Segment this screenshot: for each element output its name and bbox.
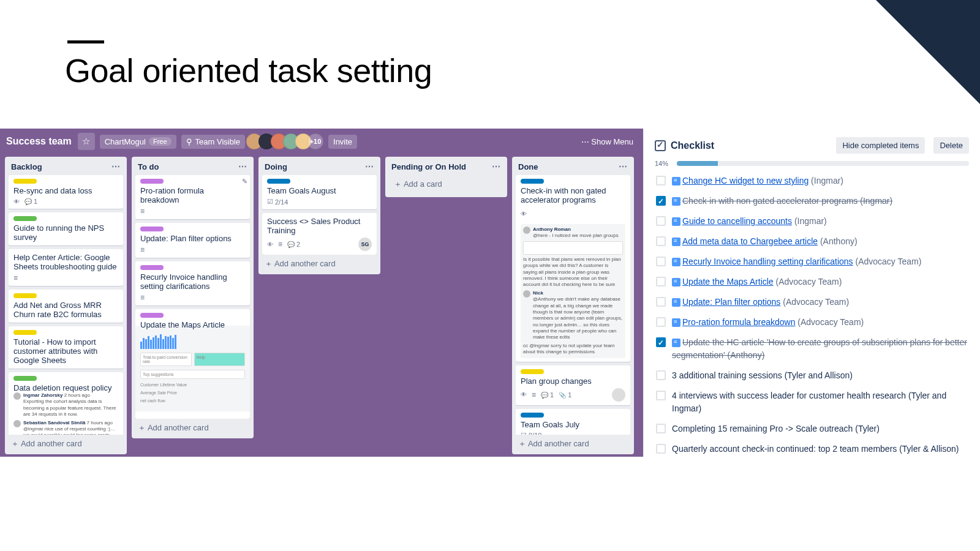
checklist-item[interactable]: Change HC widget to new styling (Ingmar) xyxy=(655,172,969,190)
card[interactable]: Team Goals August 2/14 xyxy=(262,175,377,209)
checklist-checkbox[interactable] xyxy=(656,424,666,433)
doc-icon xyxy=(672,258,680,266)
list-menu-icon[interactable]: ⋯ xyxy=(619,162,628,171)
card[interactable]: Plan group changes 1 1 xyxy=(516,365,630,405)
card[interactable]: Help Center Article: Google Sheets troub… xyxy=(9,249,123,286)
list-backlog: Backlog ⋯ Re-sync and data loss 1 Guide … xyxy=(5,157,127,454)
list-title[interactable]: Doing xyxy=(265,162,287,171)
checklist-checkbox[interactable] xyxy=(656,196,666,206)
card-title: Plan group changes xyxy=(521,377,625,386)
visibility-label: Team Visible xyxy=(195,137,240,146)
doc-icon xyxy=(672,197,680,206)
add-card-button[interactable]: ＋ Add a card xyxy=(389,175,503,193)
checklist-item[interactable]: 3 additional training sessions (Tyler an… xyxy=(655,367,969,384)
checklist-item[interactable]: Quarterly account check-in continued: to… xyxy=(655,440,969,457)
member-avatar[interactable]: SG xyxy=(358,238,372,251)
checklist-item[interactable]: Completing 15 remaining Pro -> Scale out… xyxy=(655,420,969,438)
card[interactable]: Guide to running the NPS survey xyxy=(9,212,123,246)
checklist-item[interactable]: Check-in with non gated accelerator prog… xyxy=(655,192,969,210)
card[interactable]: Update: Plan filter options xyxy=(135,223,250,258)
list-menu-icon[interactable]: ⋯ xyxy=(365,162,374,171)
checklist-checkbox[interactable] xyxy=(656,216,666,226)
checklist-item[interactable]: Pro-ration formula breakdown (Advocacy T… xyxy=(655,313,969,331)
list-menu-icon[interactable]: ⋯ xyxy=(492,162,501,171)
checklist-item-text: Add meta data to Chargebee article (Anth… xyxy=(672,235,858,248)
checklist-item[interactable]: 4 interviews with success leader for cus… xyxy=(655,387,969,418)
checklist-checkbox[interactable] xyxy=(656,297,666,307)
checklist-item[interactable]: Guide to cancelling accounts (Ingmar) xyxy=(655,212,969,230)
invite-button[interactable]: Invite xyxy=(328,135,357,149)
member-avatars[interactable]: +10 xyxy=(250,133,323,149)
checklist-item[interactable]: Recurly Invoice handling setting clarifi… xyxy=(655,253,969,271)
checklist-panel: Checklist Hide completed items Delete 14… xyxy=(643,129,980,457)
checklist-checkbox[interactable] xyxy=(656,337,666,347)
card-title: Guide to running the NPS survey xyxy=(13,223,118,242)
checklist-checkbox[interactable] xyxy=(656,391,666,400)
doc-icon xyxy=(672,238,680,246)
member-avatar[interactable] xyxy=(612,388,625,402)
checklist-checkbox[interactable] xyxy=(656,236,666,246)
checklist-item-text: Completing 15 remaining Pro -> Scale out… xyxy=(672,422,880,435)
checklist-checkbox[interactable] xyxy=(656,317,666,327)
label-blue xyxy=(521,179,544,184)
checklist-checkbox[interactable] xyxy=(656,277,666,287)
card-title: Update: Plan filter options xyxy=(140,234,245,243)
hide-completed-button[interactable]: Hide completed items xyxy=(836,137,925,154)
checklist-item[interactable]: Add meta data to Chargebee article (Anth… xyxy=(655,233,969,250)
card[interactable]: Data deletion request policy Ingmar Zaho… xyxy=(9,372,123,435)
checklist-item-text: Change HC widget to new styling (Ingmar) xyxy=(672,174,843,187)
list-done: Done ⋯ Check-in with non gated accelerat… xyxy=(512,157,634,454)
list-title[interactable]: Pending or On Hold xyxy=(391,162,466,171)
list-menu-icon[interactable]: ⋯ xyxy=(111,162,121,171)
list-title[interactable]: Backlog xyxy=(11,162,42,171)
card[interactable]: Update the Maps Article Trial-to-paid co… xyxy=(135,309,250,419)
comment-count: 2 xyxy=(287,241,300,248)
board-header: Success team ☆ ChartMogul Free ⚲ Team Vi… xyxy=(0,129,643,154)
checklist-checkbox[interactable] xyxy=(656,176,666,186)
edit-icon[interactable]: ✎ xyxy=(242,178,247,186)
checklist-item[interactable]: Update the Maps Article (Advocacy Team) xyxy=(655,273,969,291)
checklist-checkbox[interactable] xyxy=(656,370,666,380)
card[interactable]: Recurly Invoice handling setting clarifi… xyxy=(135,261,250,305)
label-green xyxy=(13,376,37,381)
checklist-count: 2/14 xyxy=(267,198,288,206)
card[interactable]: Team Goals July 8/10 xyxy=(516,409,630,435)
description-icon xyxy=(13,274,18,282)
list-title[interactable]: Done xyxy=(518,162,538,171)
add-card-button[interactable]: ＋ Add another card xyxy=(135,419,250,435)
checklist-title: Checklist xyxy=(671,140,827,151)
avatar-more[interactable]: +10 xyxy=(307,133,323,149)
checklist-checkbox[interactable] xyxy=(656,257,666,266)
doc-icon xyxy=(672,278,680,287)
add-card-button[interactable]: ＋ Add another card xyxy=(262,255,377,271)
org-button[interactable]: ChartMogul Free xyxy=(100,135,176,149)
board-title[interactable]: Success team xyxy=(6,136,72,147)
star-icon[interactable]: ☆ xyxy=(78,133,95,150)
card[interactable]: Tutorial - How to import customer attrib… xyxy=(9,326,123,369)
delete-checklist-button[interactable]: Delete xyxy=(933,137,969,154)
checklist-item-text: 4 interviews with success leader for cus… xyxy=(672,389,968,415)
show-menu-button[interactable]: ⋯ Show Menu xyxy=(578,135,637,149)
label-yellow xyxy=(13,179,37,184)
card-title: Success <> Sales Product Training xyxy=(267,217,372,235)
card[interactable]: Check-in with non gated accelerator prog… xyxy=(516,175,630,362)
card[interactable]: Re-sync and data loss 1 xyxy=(9,175,123,209)
card[interactable]: Add Net and Gross MRR Churn rate B2C for… xyxy=(9,290,123,323)
checklist-item[interactable]: Update: Plan filter options (Advocacy Te… xyxy=(655,293,969,311)
list-menu-icon[interactable]: ⋯ xyxy=(238,162,247,171)
label-blue xyxy=(521,413,544,418)
add-card-button[interactable]: ＋ Add another card xyxy=(9,435,123,451)
checklist-checkbox[interactable] xyxy=(656,444,666,454)
checklist-item-text: Check-in with non gated accelerator prog… xyxy=(672,195,892,208)
slide-title-accent xyxy=(67,40,104,43)
visibility-button[interactable]: ⚲ Team Visible xyxy=(181,135,245,149)
card[interactable]: Success <> Sales Product Training 2 SG xyxy=(262,213,377,255)
member-avatar[interactable] xyxy=(612,207,625,220)
add-card-button[interactable]: ＋ Add another card xyxy=(516,435,630,451)
checklist-item-text: Pro-ration formula breakdown (Advocacy T… xyxy=(672,316,864,329)
list-title[interactable]: To do xyxy=(138,162,159,171)
watch-icon xyxy=(267,241,273,248)
checklist-item[interactable]: Update the HC article 'How to create gro… xyxy=(655,334,969,364)
card[interactable]: ✎ Pro-ration formula breakdown xyxy=(135,175,250,219)
slide-corner-accent xyxy=(876,0,980,104)
